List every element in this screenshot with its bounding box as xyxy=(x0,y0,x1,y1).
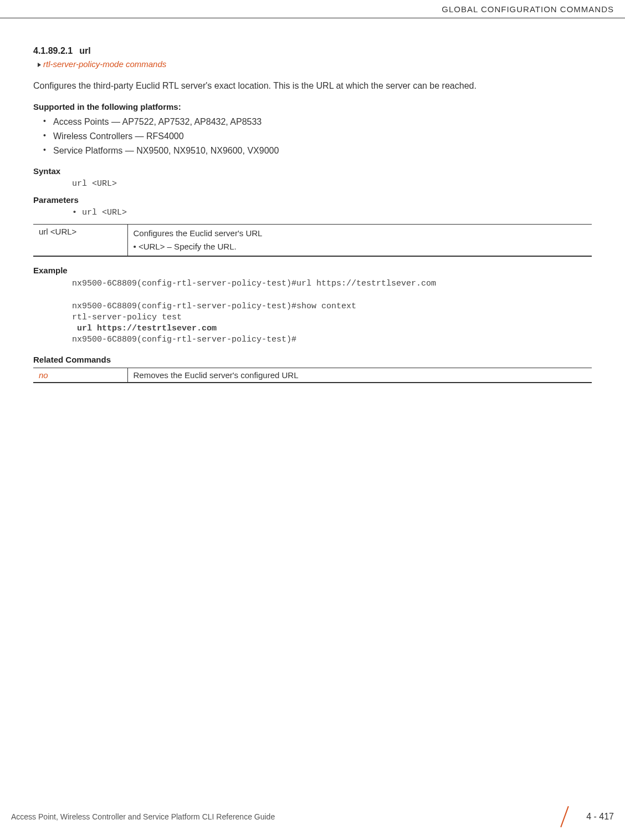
section-number: 4.1.89.2.1 xyxy=(33,46,73,55)
example-heading: Example xyxy=(33,266,592,275)
list-item: Service Platforms — NX9500, NX9510, NX96… xyxy=(53,144,592,158)
page-number: 4 - 417 xyxy=(586,812,614,822)
param-desc-cell: Configures the Euclid server's URL • <UR… xyxy=(127,225,592,257)
related-commands-table: no Removes the Euclid server's configure… xyxy=(33,368,592,383)
list-item: Wireless Controllers — RFS4000 xyxy=(53,129,592,144)
section-heading: 4.1.89.2.1url xyxy=(33,46,592,56)
list-item: Access Points — AP7522, AP7532, AP8432, … xyxy=(53,115,592,129)
footer-text: Access Point, Wireless Controller and Se… xyxy=(11,812,542,821)
parameters-table: url <URL> Configures the Euclid server's… xyxy=(33,224,592,257)
code-line: nx9500-6C8809(config-rtl-server-policy-t… xyxy=(72,279,436,288)
section-title: url xyxy=(79,46,90,55)
table-row: no Removes the Euclid server's configure… xyxy=(33,368,592,383)
param-name-cell: url <URL> xyxy=(33,225,127,257)
page-footer: Access Point, Wireless Controller and Se… xyxy=(0,806,625,828)
breadcrumb-text[interactable]: rtl-server-policy-mode commands xyxy=(43,59,166,69)
syntax-code: url <URL> xyxy=(33,179,592,189)
parameters-line: • url <URL> xyxy=(33,208,592,217)
header-title: GLOBAL CONFIGURATION COMMANDS xyxy=(442,4,614,14)
supported-heading: Supported in the following platforms: xyxy=(33,102,592,111)
section-description: Configures the third-party Euclid RTL se… xyxy=(33,80,592,92)
example-code: nx9500-6C8809(config-rtl-server-policy-t… xyxy=(33,278,592,346)
page-header: GLOBAL CONFIGURATION COMMANDS xyxy=(0,0,625,18)
related-desc-cell: Removes the Euclid server's configured U… xyxy=(127,368,592,383)
breadcrumb: rtl-server-policy-mode commands xyxy=(33,59,592,69)
arrow-right-icon xyxy=(38,63,41,67)
parameters-heading: Parameters xyxy=(33,195,592,205)
main-content: 4.1.89.2.1url rtl-server-policy-mode com… xyxy=(0,18,625,383)
table-row: url <URL> Configures the Euclid server's… xyxy=(33,225,592,257)
code-line: nx9500-6C8809(config-rtl-server-policy-t… xyxy=(72,302,356,311)
supported-platforms-list: Access Points — AP7522, AP7532, AP8432, … xyxy=(33,115,592,157)
code-line: rtl-server-policy test xyxy=(72,313,182,322)
param-desc-line1: Configures the Euclid server's URL xyxy=(134,228,263,238)
code-line-bold: url https://testrtlsever.com xyxy=(72,324,217,333)
syntax-heading: Syntax xyxy=(33,166,592,176)
slash-icon xyxy=(553,806,575,828)
code-line: nx9500-6C8809(config-rtl-server-policy-t… xyxy=(72,335,296,344)
param-desc-line2: • <URL> – Specify the URL. xyxy=(134,242,237,251)
related-heading: Related Commands xyxy=(33,355,592,364)
related-cmd-cell[interactable]: no xyxy=(33,368,127,383)
